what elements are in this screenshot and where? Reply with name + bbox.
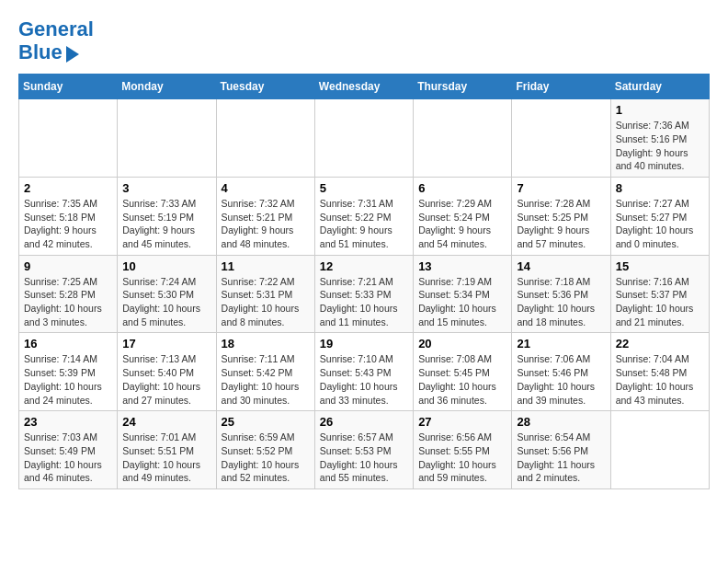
day-info: Sunrise: 7:06 AM Sunset: 5:46 PM Dayligh… (517, 352, 605, 407)
day-cell: 12Sunrise: 7:21 AM Sunset: 5:33 PM Dayli… (314, 255, 413, 333)
day-info: Sunrise: 7:11 AM Sunset: 5:42 PM Dayligh… (222, 352, 310, 407)
day-cell: 7Sunrise: 7:28 AM Sunset: 5:25 PM Daylig… (512, 177, 610, 255)
day-cell: 20Sunrise: 7:08 AM Sunset: 5:45 PM Dayli… (414, 333, 512, 411)
day-cell: 25Sunrise: 6:59 AM Sunset: 5:52 PM Dayli… (216, 411, 314, 489)
day-info: Sunrise: 7:03 AM Sunset: 5:49 PM Dayligh… (24, 431, 112, 485)
header-saturday: Saturday (610, 75, 709, 99)
day-cell: 2Sunrise: 7:35 AM Sunset: 5:18 PM Daylig… (19, 177, 118, 255)
header-tuesday: Tuesday (216, 75, 314, 99)
day-cell: 3Sunrise: 7:33 AM Sunset: 5:19 PM Daylig… (118, 177, 216, 255)
day-info: Sunrise: 7:27 AM Sunset: 5:27 PM Dayligh… (616, 197, 704, 251)
day-info: Sunrise: 7:21 AM Sunset: 5:33 PM Dayligh… (320, 275, 408, 329)
day-number: 15 (616, 259, 704, 273)
day-info: Sunrise: 7:04 AM Sunset: 5:48 PM Dayligh… (616, 352, 704, 407)
day-cell: 13Sunrise: 7:19 AM Sunset: 5:34 PM Dayli… (414, 255, 512, 333)
logo-blue: Blue (18, 40, 63, 64)
day-info: Sunrise: 7:14 AM Sunset: 5:39 PM Dayligh… (24, 352, 112, 407)
day-cell: 4Sunrise: 7:32 AM Sunset: 5:21 PM Daylig… (216, 177, 314, 255)
day-number: 21 (517, 337, 605, 350)
logo: General Blue (18, 18, 94, 64)
day-number: 9 (24, 259, 112, 273)
day-cell (118, 99, 216, 178)
day-number: 11 (222, 259, 310, 273)
day-info: Sunrise: 6:56 AM Sunset: 5:55 PM Dayligh… (418, 431, 506, 485)
day-cell: 27Sunrise: 6:56 AM Sunset: 5:55 PM Dayli… (414, 411, 512, 489)
week-row-4: 16Sunrise: 7:14 AM Sunset: 5:39 PM Dayli… (19, 333, 710, 411)
day-cell: 10Sunrise: 7:24 AM Sunset: 5:30 PM Dayli… (118, 255, 216, 333)
day-info: Sunrise: 6:57 AM Sunset: 5:53 PM Dayligh… (320, 431, 408, 485)
day-info: Sunrise: 6:54 AM Sunset: 5:56 PM Dayligh… (517, 431, 605, 485)
header-sunday: Sunday (19, 75, 118, 99)
day-number: 24 (122, 415, 210, 429)
day-cell: 23Sunrise: 7:03 AM Sunset: 5:49 PM Dayli… (19, 411, 118, 489)
day-number: 28 (517, 415, 605, 429)
calendar-header-row: SundayMondayTuesdayWednesdayThursdayFrid… (19, 75, 710, 99)
day-cell: 18Sunrise: 7:11 AM Sunset: 5:42 PM Dayli… (216, 333, 314, 411)
day-info: Sunrise: 7:28 AM Sunset: 5:25 PM Dayligh… (517, 197, 605, 251)
day-info: Sunrise: 7:36 AM Sunset: 5:16 PM Dayligh… (616, 119, 704, 173)
day-number: 16 (24, 337, 112, 350)
day-info: Sunrise: 7:24 AM Sunset: 5:30 PM Dayligh… (122, 275, 210, 329)
day-number: 17 (122, 337, 210, 350)
day-cell: 16Sunrise: 7:14 AM Sunset: 5:39 PM Dayli… (19, 333, 118, 411)
day-info: Sunrise: 7:16 AM Sunset: 5:37 PM Dayligh… (616, 275, 704, 329)
day-info: Sunrise: 7:08 AM Sunset: 5:45 PM Dayligh… (418, 352, 506, 407)
day-info: Sunrise: 7:18 AM Sunset: 5:36 PM Dayligh… (517, 275, 605, 329)
day-info: Sunrise: 7:25 AM Sunset: 5:28 PM Dayligh… (24, 275, 112, 329)
day-number: 3 (122, 181, 210, 195)
day-info: Sunrise: 7:01 AM Sunset: 5:51 PM Dayligh… (122, 431, 210, 485)
day-cell: 9Sunrise: 7:25 AM Sunset: 5:28 PM Daylig… (19, 255, 118, 333)
day-cell: 5Sunrise: 7:31 AM Sunset: 5:22 PM Daylig… (314, 177, 413, 255)
day-number: 7 (517, 181, 605, 195)
day-number: 5 (320, 181, 408, 195)
day-info: Sunrise: 7:32 AM Sunset: 5:21 PM Dayligh… (222, 197, 310, 251)
header-wednesday: Wednesday (314, 75, 413, 99)
header-thursday: Thursday (414, 75, 512, 99)
day-number: 19 (320, 337, 408, 350)
day-cell: 1Sunrise: 7:36 AM Sunset: 5:16 PM Daylig… (610, 99, 709, 178)
day-number: 20 (418, 337, 506, 350)
day-cell (610, 411, 709, 489)
day-cell: 19Sunrise: 7:10 AM Sunset: 5:43 PM Dayli… (314, 333, 413, 411)
day-number: 12 (320, 259, 408, 273)
header-friday: Friday (512, 75, 610, 99)
day-cell (414, 99, 512, 178)
day-cell: 14Sunrise: 7:18 AM Sunset: 5:36 PM Dayli… (512, 255, 610, 333)
calendar-table: SundayMondayTuesdayWednesdayThursdayFrid… (18, 74, 710, 489)
day-number: 14 (517, 259, 605, 273)
page-header: General Blue (18, 18, 710, 64)
day-cell (216, 99, 314, 178)
day-number: 1 (616, 103, 704, 117)
day-cell: 24Sunrise: 7:01 AM Sunset: 5:51 PM Dayli… (118, 411, 216, 489)
day-number: 22 (616, 337, 704, 350)
day-number: 4 (222, 181, 310, 195)
day-cell: 6Sunrise: 7:29 AM Sunset: 5:24 PM Daylig… (414, 177, 512, 255)
day-number: 27 (418, 415, 506, 429)
week-row-2: 2Sunrise: 7:35 AM Sunset: 5:18 PM Daylig… (19, 177, 710, 255)
day-info: Sunrise: 7:31 AM Sunset: 5:22 PM Dayligh… (320, 197, 408, 251)
logo-arrow-icon (66, 46, 79, 63)
day-info: Sunrise: 7:29 AM Sunset: 5:24 PM Dayligh… (418, 197, 506, 251)
day-cell: 22Sunrise: 7:04 AM Sunset: 5:48 PM Dayli… (610, 333, 709, 411)
day-number: 6 (418, 181, 506, 195)
day-number: 2 (24, 181, 112, 195)
day-number: 23 (24, 415, 112, 429)
day-number: 18 (222, 337, 310, 350)
day-number: 8 (616, 181, 704, 195)
day-info: Sunrise: 7:19 AM Sunset: 5:34 PM Dayligh… (418, 275, 506, 329)
day-cell: 28Sunrise: 6:54 AM Sunset: 5:56 PM Dayli… (512, 411, 610, 489)
day-cell: 11Sunrise: 7:22 AM Sunset: 5:31 PM Dayli… (216, 255, 314, 333)
day-number: 10 (122, 259, 210, 273)
header-monday: Monday (118, 75, 216, 99)
day-number: 13 (418, 259, 506, 273)
week-row-5: 23Sunrise: 7:03 AM Sunset: 5:49 PM Dayli… (19, 411, 710, 489)
day-info: Sunrise: 7:35 AM Sunset: 5:18 PM Dayligh… (24, 197, 112, 251)
day-cell: 15Sunrise: 7:16 AM Sunset: 5:37 PM Dayli… (610, 255, 709, 333)
day-info: Sunrise: 7:10 AM Sunset: 5:43 PM Dayligh… (320, 352, 408, 407)
day-cell: 26Sunrise: 6:57 AM Sunset: 5:53 PM Dayli… (314, 411, 413, 489)
day-cell: 8Sunrise: 7:27 AM Sunset: 5:27 PM Daylig… (610, 177, 709, 255)
day-cell (512, 99, 610, 178)
week-row-1: 1Sunrise: 7:36 AM Sunset: 5:16 PM Daylig… (19, 99, 710, 178)
day-info: Sunrise: 7:33 AM Sunset: 5:19 PM Dayligh… (122, 197, 210, 251)
week-row-3: 9Sunrise: 7:25 AM Sunset: 5:28 PM Daylig… (19, 255, 710, 333)
